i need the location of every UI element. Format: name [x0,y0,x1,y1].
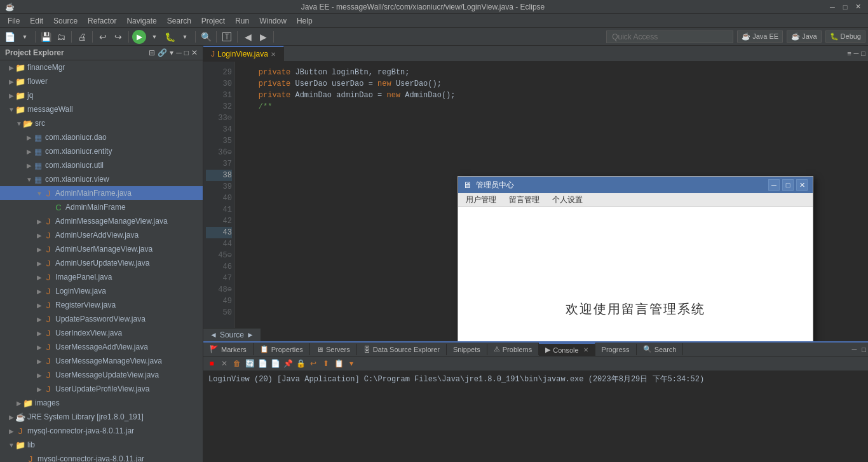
next-edit-button[interactable]: ▶ [256,30,270,44]
java-perspective[interactable]: ☕ Java [787,31,821,43]
search-toolbar-button[interactable]: 🔍 [199,30,213,44]
debug-perspective[interactable]: 🐛 Debug [825,31,865,43]
menu-run[interactable]: Run [230,15,254,27]
new-button[interactable]: 📄 [3,30,17,44]
print-button[interactable]: 🖨 [75,30,89,44]
disconnect-button[interactable]: ✕ [219,358,230,369]
menu-help[interactable]: Help [292,15,318,27]
link-editor-button[interactable]: 🔗 [158,48,167,57]
debug-button[interactable]: 🐛 [163,30,177,44]
tree-item-src[interactable]: ▼ 📂 src [0,116,203,130]
copy-console-button[interactable]: 📋 [333,358,344,369]
menu-navigate[interactable]: Navigate [121,15,161,27]
tree-item-jre[interactable]: ▶☕JRE System Library [jre1.8.0_191] [0,410,203,424]
view-menu-button[interactable]: ▾ [170,48,173,57]
tree-item-flower[interactable]: ▶ 📁 flower [0,74,203,88]
tree-item-adminmainframe-class[interactable]: C AdminMainFrame [0,200,203,214]
source-button[interactable]: ◄ [210,330,217,339]
tab-properties[interactable]: 📋 Properties [254,343,310,355]
menu-search[interactable]: Search [162,15,196,27]
tree-item-jq[interactable]: ▶ 📁 jq [0,88,203,102]
dialog-menu-users[interactable]: 用户管理 [463,194,499,205]
word-wrap-button[interactable]: ↩ [308,358,319,369]
menu-source[interactable]: Source [48,15,83,27]
minimize-panel-button[interactable]: ─ [176,48,182,57]
source-right-arrow[interactable]: ► [247,330,254,339]
save-button[interactable]: 💾 [39,30,53,44]
tree-item-util[interactable]: ▶ ▦ com.xiaoniucr.util [0,158,203,172]
editor-maximize-button[interactable]: □ [861,50,865,57]
tree-item-view[interactable]: ▼ ▦ com.xiaoniucr.view [0,172,203,186]
console-option-1[interactable]: 📄 [257,358,268,369]
editor-minimize-button[interactable]: ─ [854,50,859,57]
tree-item-updatepassword[interactable]: ▶JUpdatePasswordView.java [0,312,203,326]
tree-item-images[interactable]: ▶📁images [0,396,203,410]
tree-item-userupdateprofile[interactable]: ▶JUserUpdateProfileView.java [0,382,203,396]
save-all-button[interactable]: 🗂 [54,30,68,44]
tree-item-usermessageupdate[interactable]: ▶JUserMessageUpdateView.java [0,368,203,382]
tree-item-adminmessage[interactable]: ▶JAdminMessageManageView.java [0,214,203,228]
console-menu-button[interactable]: ▾ [346,358,357,369]
tab-loginview[interactable]: J LoginView.java ✕ [203,46,284,61]
menu-edit[interactable]: Edit [25,15,48,27]
tab-markers[interactable]: 🚩 Markers [203,343,254,355]
tree-item-lib[interactable]: ▼📁lib [0,438,203,452]
dialog-minimize-button[interactable]: ─ [768,179,780,191]
tree-item-lib-mysql[interactable]: Jmysql-connector-java-8.0.11.jar [0,452,203,462]
tree-item-loginview[interactable]: ▶JLoginView.java [0,284,203,298]
open-type-button[interactable]: 🅃 [220,30,234,44]
scroll-lock-button[interactable]: 🔒 [295,358,306,369]
debug-dropdown[interactable]: ▼ [178,30,192,44]
clear-console-button[interactable]: 🔄 [244,358,255,369]
tree-item-adminusermanage[interactable]: ▶JAdminUserManageView.java [0,242,203,256]
tree-item-adminuseradd[interactable]: ▶JAdminUserAddView.java [0,228,203,242]
run-dropdown[interactable]: ▼ [147,30,161,44]
remove-button[interactable]: 🗑 [231,358,243,369]
tree-item-mysql-jar[interactable]: ▶Jmysql-connector-java-8.0.11.jar [0,424,203,438]
close-panel-button[interactable]: ✕ [191,48,198,57]
tab-close-button[interactable]: ✕ [271,51,276,58]
tab-datasource[interactable]: 🗄 Data Source Explorer [357,344,447,355]
redo-button[interactable]: ↪ [111,30,125,44]
toolbar-dropdown[interactable]: ▼ [18,30,32,44]
tab-snippets[interactable]: Snippets [447,344,487,355]
stop-button[interactable]: ■ [206,358,217,369]
tree-item-userindexview[interactable]: ▶JUserIndexView.java [0,326,203,340]
close-button[interactable]: ✕ [853,2,863,12]
tree-item-usermessagemanage[interactable]: ▶JUserMessageManageView.java [0,354,203,368]
minimize-button[interactable]: ─ [827,2,837,12]
tree-item-dao[interactable]: ▶ ▦ com.xiaoniucr.dao [0,130,203,144]
tree-item-adminuserupdate[interactable]: ▶JAdminUserUpdateView.java [0,256,203,270]
tree-item-adminmainframe[interactable]: ▼ J AdminMainFrame.java [0,186,203,200]
tab-progress[interactable]: Progress [595,344,637,355]
java-ee-perspective[interactable]: ☕ Java EE [737,31,783,43]
menu-file[interactable]: File [3,15,25,27]
collapse-all-button[interactable]: ⊟ [149,48,155,57]
undo-button[interactable]: ↩ [96,30,110,44]
tree-item-messagewall[interactable]: ▼ 📁 messageWall [0,102,203,116]
pin-console-button[interactable]: 📌 [282,358,294,369]
expand-console-button[interactable]: ⬆ [320,358,332,369]
tab-search[interactable]: 🔍 Search [637,343,684,355]
dialog-close-button[interactable]: ✕ [796,179,808,191]
tree-item-usermessageadd[interactable]: ▶JUserMessageAddView.java [0,340,203,354]
maximize-panel-button[interactable]: □ [184,48,189,57]
bottom-minimize-button[interactable]: ─ [850,345,859,354]
tree-item-imagepanel[interactable]: ▶JImagePanel.java [0,270,203,284]
menu-window[interactable]: Window [254,15,292,27]
quick-access-input[interactable] [606,31,733,43]
menu-project[interactable]: Project [196,15,230,27]
dialog-menu-messages[interactable]: 留言管理 [506,194,542,205]
tree-item-registerview[interactable]: ▶JRegisterView.java [0,298,203,312]
maximize-button[interactable]: □ [840,2,850,12]
editor-menu-button[interactable]: ≡ [847,50,851,57]
tab-console-close[interactable]: ✕ [583,346,588,353]
tab-console[interactable]: ▶ Console ✕ [539,343,595,356]
console-option-2[interactable]: 📄 [269,358,281,369]
tree-item-entity[interactable]: ▶ ▦ com.xiaoniucr.entity [0,144,203,158]
prev-edit-button[interactable]: ◀ [241,30,255,44]
tab-servers[interactable]: 🖥 Servers [310,344,357,355]
menu-refactor[interactable]: Refactor [83,15,121,27]
admin-dialog[interactable]: 🖥 管理员中心 ─ □ ✕ 用户管理 留言管理 个人设置 欢迎使用留言管理系统 [458,176,813,341]
dialog-maximize-button[interactable]: □ [782,179,794,191]
